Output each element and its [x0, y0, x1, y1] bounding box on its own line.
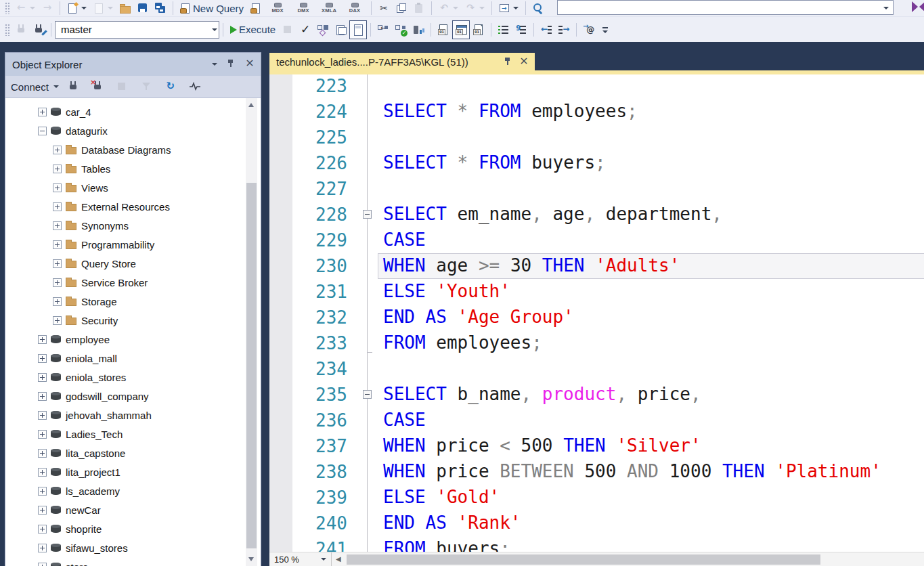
tree-item-employee[interactable]: employee: [5, 330, 261, 349]
code-text[interactable]: FROM employees;: [378, 330, 924, 356]
code-text[interactable]: WHEN age >= 30 THEN 'Adults': [378, 253, 924, 279]
code-text[interactable]: END AS 'Rank': [378, 510, 924, 536]
scroll-left-icon[interactable]: ◀: [336, 554, 341, 564]
expand-icon[interactable]: [38, 392, 47, 401]
code-line-235[interactable]: 235SELECT b_name, product, price,: [269, 382, 924, 408]
expand-icon[interactable]: [38, 468, 47, 477]
tree-item-eniola-stores[interactable]: eniola_stores: [5, 368, 261, 387]
navigate-forward-button[interactable]: [39, 0, 56, 18]
line-number[interactable]: 225: [292, 125, 356, 150]
code-text[interactable]: [378, 356, 924, 382]
close-icon[interactable]: [519, 57, 528, 66]
expand-icon[interactable]: [38, 449, 47, 458]
expand-icon[interactable]: [53, 165, 62, 173]
expand-icon[interactable]: [38, 354, 47, 363]
tree-vertical-scrollbar[interactable]: [246, 98, 257, 566]
zoom-selector[interactable]: 150 %: [269, 552, 332, 566]
toolbar-grip[interactable]: [5, 2, 10, 14]
toolbar-overflow-button[interactable]: [598, 20, 615, 39]
results-to-text-button[interactable]: [435, 20, 452, 39]
comment-lines-button[interactable]: [495, 20, 512, 39]
code-line-237[interactable]: 237WHEN price < 500 THEN 'Silver': [269, 433, 924, 459]
line-number[interactable]: 237: [292, 433, 356, 459]
tree-item-sifawu-stores[interactable]: sifawu_stores: [5, 538, 261, 557]
code-text[interactable]: CASE: [378, 408, 924, 433]
oe-stop-button[interactable]: [113, 77, 131, 96]
code-line-240[interactable]: 240END AS 'Rank': [269, 510, 924, 536]
intellisense-refresh-button[interactable]: [374, 20, 392, 39]
code-line-223[interactable]: 223: [269, 74, 924, 99]
expand-icon[interactable]: [38, 563, 47, 566]
code-text[interactable]: [378, 74, 924, 99]
mdx-query-button[interactable]: MDX: [265, 0, 290, 18]
expand-icon[interactable]: [38, 430, 47, 439]
code-line-239[interactable]: 239ELSE 'Gold': [269, 485, 924, 510]
search-combobox[interactable]: [557, 0, 894, 15]
include-client-statistics-button[interactable]: [410, 20, 427, 39]
tree-item-store[interactable]: store: [5, 557, 261, 566]
code-text[interactable]: SELECT * FROM employees;: [378, 99, 924, 125]
pin-icon[interactable]: [225, 59, 236, 70]
tree-item-synonyms[interactable]: Synonyms: [5, 216, 261, 235]
code-line-224[interactable]: 224SELECT * FROM employees;: [269, 99, 924, 125]
code-line-234[interactable]: 234: [269, 356, 924, 382]
code-line-228[interactable]: 228SELECT em_name, age, department,: [269, 202, 924, 227]
tree-item-lita-capstone[interactable]: lita_capstone: [5, 443, 261, 462]
oe-disconnect-button[interactable]: ×: [89, 77, 106, 96]
expand-icon[interactable]: [38, 544, 47, 552]
code-line-241[interactable]: 241FROM buyers;: [269, 536, 924, 552]
line-number[interactable]: 233: [292, 330, 356, 356]
line-number[interactable]: 236: [292, 408, 356, 433]
expand-icon[interactable]: [38, 525, 47, 534]
horizontal-scrollbar-thumb[interactable]: [347, 554, 820, 565]
code-line-238[interactable]: 238WHEN price BETWEEN 500 AND 1000 THEN …: [269, 459, 924, 485]
expand-icon[interactable]: [53, 183, 62, 192]
oe-connect-button[interactable]: [64, 77, 82, 96]
close-icon[interactable]: [244, 59, 255, 70]
document-tab[interactable]: techunlock_ladies....P-7AFF3A5\KGL (51)): [269, 53, 535, 70]
line-number[interactable]: 235: [292, 382, 356, 408]
new-file-button[interactable]: [90, 0, 116, 18]
cancel-query-button[interactable]: [279, 20, 296, 39]
expand-icon[interactable]: [38, 108, 47, 116]
dax-query-button[interactable]: DAX: [342, 0, 368, 18]
line-number[interactable]: 224: [292, 99, 356, 125]
code-text[interactable]: ELSE 'Youth': [378, 279, 924, 305]
tree-item-service-broker[interactable]: Service Broker: [5, 273, 261, 292]
dmx-query-button[interactable]: DMX: [290, 0, 316, 18]
xmla-query-button[interactable]: XMLA: [316, 0, 342, 18]
display-estimated-plan-button[interactable]: [314, 20, 332, 39]
expand-icon[interactable]: [53, 146, 62, 154]
line-number[interactable]: 239: [292, 485, 356, 510]
expand-icon[interactable]: [53, 221, 62, 230]
tree-item-eniola-mall[interactable]: eniola_mall: [5, 349, 261, 368]
tree-item-security[interactable]: Security: [5, 311, 261, 330]
code-line-229[interactable]: 229CASE: [269, 227, 924, 253]
object-explorer-tree[interactable]: car_4datagurixDatabase DiagramsTablesVie…: [5, 98, 261, 566]
line-number[interactable]: 241: [292, 536, 356, 552]
expand-icon[interactable]: [38, 373, 47, 382]
line-number[interactable]: 226: [292, 150, 356, 176]
tree-item-shoprite[interactable]: shoprite: [5, 519, 261, 538]
decrease-indent-button[interactable]: [537, 20, 555, 39]
line-number[interactable]: 229: [292, 227, 356, 253]
save-button[interactable]: [134, 0, 152, 18]
code-editor[interactable]: 223224SELECT * FROM employees;225226SELE…: [269, 74, 924, 552]
tree-item-database-diagrams[interactable]: Database Diagrams: [5, 140, 261, 159]
expand-icon[interactable]: [53, 278, 62, 287]
copy-button[interactable]: [393, 0, 410, 18]
change-connection-button[interactable]: [30, 20, 47, 39]
code-text[interactable]: SELECT em_name, age, department,: [378, 202, 924, 227]
open-file-button[interactable]: [116, 0, 134, 18]
tree-item-godswill-company[interactable]: godswill_company: [5, 387, 261, 406]
code-text[interactable]: [378, 125, 924, 150]
code-text[interactable]: [378, 176, 924, 202]
new-query-button[interactable]: New Query: [177, 0, 247, 18]
oe-filter-button[interactable]: [137, 77, 155, 96]
expand-icon[interactable]: [38, 487, 47, 496]
parse-button[interactable]: [296, 20, 314, 39]
code-line-225[interactable]: 225: [269, 125, 924, 150]
paste-button[interactable]: [410, 0, 428, 18]
line-number[interactable]: 228: [292, 202, 356, 227]
specify-template-parameters-button[interactable]: [580, 20, 598, 39]
